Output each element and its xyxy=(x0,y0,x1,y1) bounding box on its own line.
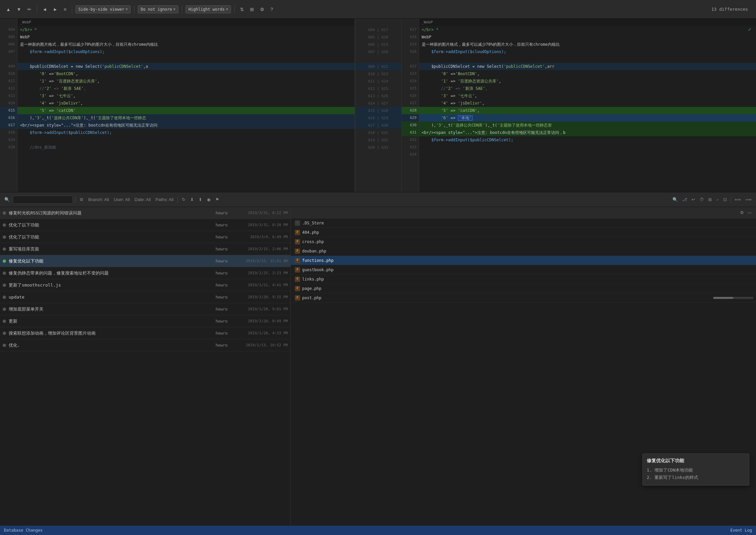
diff-line xyxy=(419,151,756,158)
git-log-row-selected[interactable]: 修复优化以下功能 hewro 2019/2/15, 12:01 AM xyxy=(0,255,290,267)
search-btn[interactable]: 🔍 xyxy=(3,196,11,203)
commit-author: hewro xyxy=(208,343,235,348)
layout-btn[interactable]: ⊡ xyxy=(722,196,729,203)
user-selector[interactable]: User: All xyxy=(112,196,131,203)
sep4 xyxy=(182,5,182,13)
gutter-row: 604 | 617 xyxy=(355,26,401,33)
left-diff-content: _WebP </br> * WebP 是一种新的图片格式，最多可以减少70%的图… xyxy=(17,19,355,192)
file-item[interactable]: P links.php xyxy=(291,275,756,284)
git-log-row[interactable]: 更新了smoothscroll.js hewro 2019/1/21, 4:41… xyxy=(0,279,290,291)
file-item[interactable]: P post.php xyxy=(291,293,756,303)
git-log-row[interactable]: 重写项目库页面 hewro 2019/2/15, 2:06 PM xyxy=(0,243,290,255)
line-num: 630 xyxy=(402,122,419,129)
commit-message: 重写项目库页面 xyxy=(9,246,206,252)
file-settings-btn[interactable]: ⚙ xyxy=(738,209,746,216)
diff-line: 是一种新的图片格式，最多可以减少70%的图片大小，目前只有chrome内核比 xyxy=(17,41,355,48)
highlight-mode-dropdown[interactable]: Highlight words ▼ xyxy=(185,5,231,13)
refresh-btn[interactable]: ↻ xyxy=(180,196,187,203)
git-log-row[interactable]: 优化了以下功能 hewro 2019/3/31, 8:20 PM xyxy=(0,219,290,231)
file-name: .DS_Store xyxy=(302,221,324,225)
fetch-btn[interactable]: ⬇ xyxy=(188,196,196,203)
diff-line xyxy=(17,136,355,144)
forward-btn[interactable]: ► xyxy=(51,5,60,13)
file-item[interactable]: · .DS_Store xyxy=(291,218,756,228)
gutter-row: 616 | 629 xyxy=(355,114,401,122)
collapse-btn[interactable]: ⟹ xyxy=(744,196,753,203)
columns-btn[interactable]: ⊞ xyxy=(248,5,256,13)
filter-btn[interactable]: ⌿ xyxy=(715,196,721,203)
viewer-mode-dropdown[interactable]: Side-by-side viewer ▼ xyxy=(76,5,131,13)
git-log-row[interactable]: 修复时光机RSS订阅源的时间错误问题 hewro 2019/3/31, 8:22… xyxy=(0,207,290,219)
file-item-selected[interactable]: P functions.php xyxy=(291,256,756,265)
line-num xyxy=(402,19,419,26)
grid-btn[interactable]: ⊞ xyxy=(707,196,714,203)
right-diff-content: _WebP </br> * WebP 是一种新的图片格式，最多可以减少70%的图… xyxy=(419,19,756,192)
history-btn[interactable]: ⏱ xyxy=(698,196,706,203)
file-item[interactable]: P cross.php xyxy=(291,237,756,246)
nav-up-btn[interactable]: ▲ xyxy=(4,5,13,13)
commit-popup-item-1: 1. 增加了CDN本地功能 xyxy=(647,467,745,474)
git-log-row[interactable]: 优化了以下功能 hewro 2019/3/4, 6:49 PM xyxy=(0,231,290,243)
commit-dot xyxy=(3,320,6,323)
search-input[interactable] xyxy=(15,197,71,202)
diff-line: <br/><span style="...">注意: bootcdn在有些地区可… xyxy=(17,122,355,129)
git-log-row[interactable]: update hewro 2019/1/20, 9:15 PM xyxy=(0,291,290,303)
git-log-row[interactable]: 更新 hewro 2019/1/20, 8:49 PM xyxy=(0,315,290,327)
gutter-row: 614 | 627 xyxy=(355,100,401,107)
file-name: links.php xyxy=(302,277,324,282)
file-item[interactable]: P page.php xyxy=(291,284,756,293)
push-btn[interactable]: ⬆ xyxy=(197,196,204,203)
line-num: 618 xyxy=(402,33,419,41)
gutter-row: 618 | 631 xyxy=(355,129,401,136)
file-item[interactable]: P douban.php xyxy=(291,246,756,256)
diff-line: ),'3',_t('选择公共CDN库'),_t('主题除了使用本地一些静态 xyxy=(17,114,355,122)
commit-author: hewro xyxy=(208,271,235,276)
diff-line: $form->addInput($publicCDNSelcet); xyxy=(419,136,756,144)
git-log-row[interactable]: 修复伪静态带来的问题，修复搜索地址栏不变的问题 hewro 2019/1/25,… xyxy=(0,267,290,279)
nav-down-btn[interactable]: ▼ xyxy=(15,5,23,13)
file-item[interactable]: P 404.php xyxy=(291,228,756,237)
file-minimize-btn[interactable]: — xyxy=(746,209,753,216)
search-right-btn[interactable]: 🔍 xyxy=(671,196,679,203)
log-btn[interactable]: ◉ xyxy=(205,196,212,203)
gutter-row: 615 | 628 xyxy=(355,107,401,114)
line-num: 625 xyxy=(402,85,419,92)
commit-message: 搜索联想添加动画，增加评论区背景图片动画 xyxy=(9,330,206,336)
commit-message: 更新 xyxy=(9,318,206,324)
undo-btn[interactable]: ↩ xyxy=(690,196,697,203)
paths-selector[interactable]: Paths: All xyxy=(154,196,175,203)
back-btn[interactable]: ◄ xyxy=(40,5,49,13)
ignore-mode-dropdown[interactable]: Do not ignore ▼ xyxy=(138,5,178,13)
diff-line: //'2' => '新浪 SAE', xyxy=(17,85,355,92)
branch-right-btn[interactable]: ⎇ xyxy=(680,196,689,203)
event-log-link[interactable]: Event Log xyxy=(730,528,752,533)
gear-btn[interactable]: ⚙ xyxy=(78,196,85,203)
git-log-row[interactable]: 优化. hewro 2019/1/13, 10:52 PM xyxy=(0,339,290,351)
help-btn[interactable]: ? xyxy=(268,5,275,13)
list-btn[interactable]: ≡ xyxy=(61,5,68,13)
edit-btn[interactable]: ✏ xyxy=(25,5,33,13)
line-num: 627 xyxy=(402,100,419,107)
settings-btn[interactable]: ⚙ xyxy=(258,5,266,13)
date-selector[interactable]: Date: All xyxy=(133,196,152,203)
git-log-row[interactable]: 增加底部菜单开关 hewro 2019/1/20, 9:01 PM xyxy=(0,303,290,315)
git-log-row[interactable]: 搜索联想添加动画，增加评论区背景图片动画 hewro 2019/1/20, 4:… xyxy=(0,327,290,339)
line-num: 631 xyxy=(402,129,419,136)
file-icon: P xyxy=(295,267,300,273)
file-item[interactable]: P guestbook.php xyxy=(291,265,756,275)
commit-date: 2019/1/20, 4:33 PM xyxy=(238,331,288,335)
highlight-mode-label: Highlight words xyxy=(188,7,225,12)
commit-author: hewro xyxy=(208,319,235,324)
ignore-mode-arrow: ▼ xyxy=(173,7,175,11)
right-line-numbers: 617 618 619 620 622 623 624 625 626 627 … xyxy=(402,19,419,192)
file-icon: P xyxy=(295,248,300,254)
sync-btn[interactable]: ⇅ xyxy=(238,5,246,13)
sep xyxy=(731,196,731,203)
diff-line: '0' =>'BootCDN', xyxy=(17,70,355,77)
branch-selector[interactable]: Branch: All xyxy=(87,196,111,203)
diff-line: '1' => '百度静态资源公共库', xyxy=(419,77,756,85)
line-num: 620 xyxy=(0,144,17,151)
bookmark-btn[interactable]: ⚑ xyxy=(214,196,221,203)
file-icon: P xyxy=(295,295,300,301)
expand-btn[interactable]: ⟺ xyxy=(733,196,743,203)
